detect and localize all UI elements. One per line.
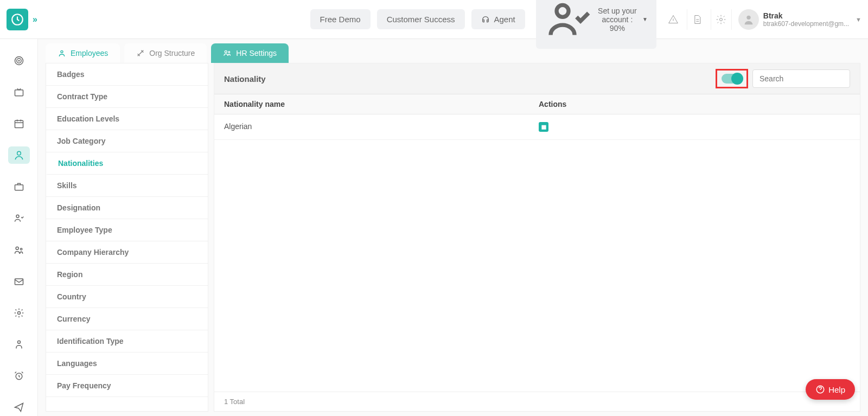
- tab-label: Org Structure: [149, 49, 195, 57]
- alert-icon: [668, 14, 679, 25]
- column-actions-header: Actions: [539, 100, 850, 108]
- settings-item-contract-type[interactable]: Contract Type: [46, 86, 208, 108]
- main-layout: Employees Org Structure HR Settings Badg…: [0, 39, 868, 416]
- settings-sidebar: BadgesContract TypeEducation LevelsJob C…: [46, 63, 208, 412]
- chevron-down-icon: ▼: [642, 16, 648, 22]
- nav-person-icon[interactable]: [8, 146, 30, 164]
- nav-send-icon[interactable]: [8, 399, 30, 416]
- panel-header: Nationality: [214, 63, 860, 94]
- settings-item-identification-type[interactable]: Identification Type: [46, 330, 208, 353]
- search-input[interactable]: [752, 69, 850, 88]
- settings-item-skills[interactable]: Skills: [46, 175, 208, 197]
- app-logo[interactable]: [7, 9, 28, 30]
- user-menu[interactable]: Btrak btrak607-development@gm... ▼: [731, 9, 861, 30]
- svg-point-9: [17, 152, 21, 156]
- nav-briefcase-icon[interactable]: [8, 178, 30, 195]
- nav-profile-icon[interactable]: [8, 336, 30, 353]
- tab-org-structure[interactable]: Org Structure: [124, 43, 207, 63]
- settings-item-designation[interactable]: Designation: [46, 197, 208, 219]
- tab-hr-settings[interactable]: HR Settings: [211, 43, 289, 63]
- gear-icon: [716, 14, 726, 25]
- settings-item-country[interactable]: Country: [46, 286, 208, 308]
- table-header: Nationality name Actions: [214, 94, 860, 114]
- table-row: Algerian: [214, 114, 860, 140]
- nav-tv-icon[interactable]: [8, 84, 30, 101]
- nav-user-check-icon[interactable]: [8, 209, 30, 227]
- content-area: Employees Org Structure HR Settings Badg…: [38, 39, 868, 416]
- svg-point-3: [746, 15, 750, 19]
- settings-item-badges[interactable]: Badges: [46, 63, 208, 86]
- nationality-panel: Nationality Nationality name Actions Alg…: [214, 63, 860, 412]
- setup-account-label: Set up your account : 90%: [597, 7, 638, 33]
- customer-success-button[interactable]: Customer Success: [377, 9, 465, 29]
- user-info: Btrak btrak607-development@gm...: [763, 11, 849, 28]
- panel-footer: 1 Total: [214, 392, 860, 411]
- svg-point-13: [20, 248, 22, 249]
- chevron-down-icon: ▼: [856, 16, 861, 23]
- svg-rect-14: [15, 279, 23, 285]
- settings-item-company-hierarchy[interactable]: Company Hierarchy: [46, 241, 208, 264]
- archive-up-icon: [541, 124, 547, 130]
- nav-target-icon[interactable]: [8, 52, 30, 69]
- tab-label: HR Settings: [236, 49, 277, 57]
- tabs: Employees Org Structure HR Settings: [46, 43, 860, 63]
- svg-point-11: [16, 215, 19, 218]
- svg-point-16: [17, 341, 20, 343]
- svg-rect-10: [15, 185, 23, 190]
- user-name: Btrak: [763, 11, 849, 20]
- panel-title: Nationality: [224, 74, 716, 84]
- avatar: [738, 9, 759, 30]
- settings-item-nationalities[interactable]: Nationalities: [46, 152, 208, 175]
- nav-team-icon[interactable]: [8, 241, 30, 258]
- settings-item-education-levels[interactable]: Education Levels: [46, 108, 208, 130]
- svg-point-12: [16, 247, 18, 249]
- svg-point-19: [225, 50, 227, 53]
- settings-item-region[interactable]: Region: [46, 264, 208, 286]
- settings-item-pay-frequency[interactable]: Pay Frequency: [46, 375, 208, 397]
- toggle-switch[interactable]: [722, 74, 742, 84]
- svg-point-6: [18, 60, 20, 61]
- svg-point-4: [15, 57, 23, 65]
- nav-gear-icon[interactable]: [8, 304, 30, 322]
- svg-point-20: [228, 52, 230, 53]
- tab-employees[interactable]: Employees: [46, 43, 120, 63]
- expand-sidebar-icon[interactable]: »: [33, 15, 37, 24]
- settings-item-employee-type[interactable]: Employee Type: [46, 219, 208, 241]
- nav-mail-icon[interactable]: [8, 273, 30, 290]
- toggle-highlight: [716, 69, 748, 88]
- agent-button[interactable]: Agent: [471, 9, 525, 29]
- app-header: » Free Demo Customer Success Agent Set u…: [0, 0, 868, 39]
- body-row: BadgesContract TypeEducation LevelsJob C…: [46, 63, 860, 412]
- column-name-header: Nationality name: [224, 100, 539, 108]
- left-nav: [0, 39, 38, 416]
- tools-icon: [136, 49, 145, 57]
- toggle-knob: [731, 73, 743, 85]
- alert-icon-button[interactable]: [663, 9, 684, 30]
- help-icon: [815, 385, 825, 394]
- tab-label: Employees: [71, 49, 108, 57]
- headset-icon: [481, 15, 490, 24]
- svg-rect-7: [15, 90, 23, 96]
- agent-button-label: Agent: [494, 15, 515, 24]
- settings-item-languages[interactable]: Languages: [46, 353, 208, 375]
- logo-container: »: [7, 9, 39, 30]
- svg-point-1: [557, 5, 569, 17]
- svg-point-5: [16, 59, 21, 63]
- settings-icon-button[interactable]: [711, 9, 731, 30]
- clock-icon: [10, 12, 24, 27]
- free-demo-button[interactable]: Free Demo: [310, 9, 371, 29]
- settings-item-currency[interactable]: Currency: [46, 308, 208, 330]
- table-body: Algerian: [214, 114, 860, 140]
- restore-button[interactable]: [539, 122, 548, 132]
- settings-item-job-category[interactable]: Job Category: [46, 130, 208, 152]
- svg-point-15: [17, 311, 20, 314]
- nav-calendar-icon[interactable]: [8, 115, 30, 132]
- header-icons: [663, 9, 731, 30]
- document-icon-button[interactable]: [687, 9, 707, 30]
- help-button[interactable]: Help: [806, 379, 855, 400]
- svg-rect-8: [15, 120, 23, 127]
- person-icon: [743, 14, 755, 25]
- nav-alarm-icon[interactable]: [8, 367, 30, 385]
- person-check-icon: [545, 0, 592, 43]
- user-email: btrak607-development@gm...: [763, 20, 849, 28]
